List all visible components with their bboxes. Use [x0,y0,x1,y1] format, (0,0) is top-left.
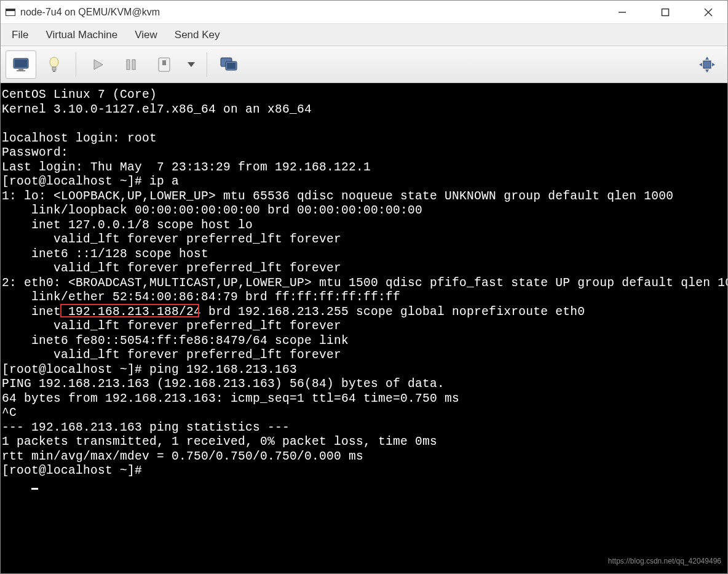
console-button[interactable] [6,50,36,79]
menu-virtual-machine[interactable]: Virtual Machine [39,26,124,44]
pause-button[interactable] [116,50,146,79]
minimize-icon [618,8,627,17]
svg-rect-6 [18,69,23,70]
maximize-button[interactable] [651,2,679,22]
monitor-icon [12,57,30,72]
svg-point-8 [50,57,58,67]
vm-window: node-7u4 on QEMU/KVM@kvm File Virtual Ma… [0,0,728,574]
play-icon [92,58,104,71]
svg-rect-15 [162,60,166,65]
window-icon [6,9,15,16]
svg-rect-7 [17,70,25,71]
window-controls [608,2,722,22]
svg-rect-19 [227,63,235,69]
window-title: node-7u4 on QEMU/KVM@kvm [20,7,608,18]
svg-rect-1 [662,9,669,15]
lightbulb-icon [47,56,61,73]
screens-icon [220,57,238,73]
svg-rect-13 [132,60,135,70]
maximize-icon [661,8,670,17]
toolbar [1,46,727,83]
svg-rect-5 [15,60,27,67]
fullscreen-button[interactable] [692,50,722,79]
svg-rect-12 [127,60,130,70]
chevron-down-icon [187,62,196,68]
close-icon [704,8,713,17]
menu-send-key[interactable]: Send Key [168,26,226,44]
shutdown-dropdown[interactable] [182,50,200,79]
svg-rect-10 [53,71,55,72]
svg-marker-11 [94,60,103,70]
toolbar-separator [207,52,207,77]
watermark-text: https://blog.csdn.net/qq_42049496 [608,554,721,569]
svg-marker-21 [705,57,709,60]
menubar: File Virtual Machine View Send Key [1,24,727,46]
highlight-ip-box [60,304,199,317]
menu-file[interactable]: File [6,26,34,44]
fullscreen-icon [698,55,716,74]
svg-marker-22 [705,70,709,73]
toolbar-separator [76,52,76,77]
cursor [31,488,38,490]
info-button[interactable] [39,50,69,79]
minimize-button[interactable] [608,2,636,22]
svg-rect-20 [703,61,711,68]
menu-view[interactable]: View [129,26,164,44]
power-switch-icon [157,57,171,73]
svg-rect-9 [52,67,56,70]
snapshots-button[interactable] [213,50,244,79]
svg-marker-24 [712,63,715,66]
close-button[interactable] [694,2,722,22]
shutdown-button[interactable] [149,50,180,79]
terminal-console[interactable]: CentOS Linux 7 (Core) Kernel 3.10.0-1127… [1,83,727,573]
svg-marker-23 [699,63,702,66]
pause-icon [125,58,137,71]
play-button[interactable] [82,50,113,79]
titlebar: node-7u4 on QEMU/KVM@kvm [1,1,727,24]
svg-marker-16 [188,62,195,67]
